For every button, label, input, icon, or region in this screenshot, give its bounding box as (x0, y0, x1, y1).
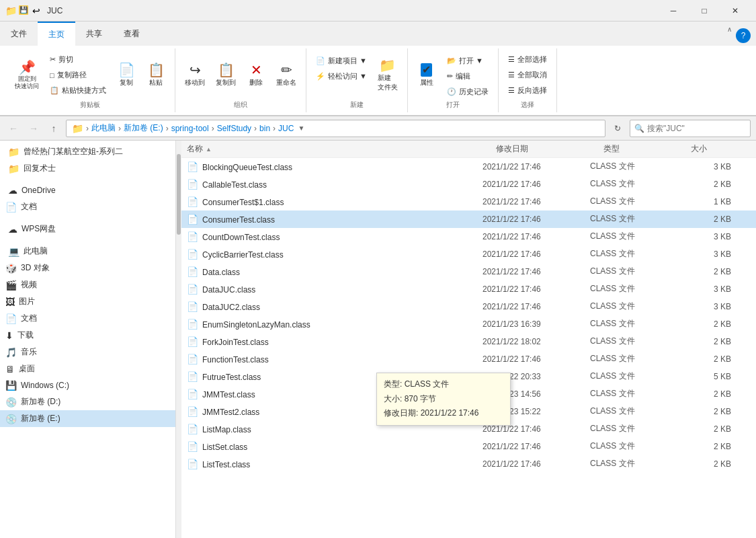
rename-label: 重命名 (276, 78, 296, 87)
col-header-name[interactable]: 名称 ▲ (187, 143, 496, 155)
tab-file[interactable]: 文件 (0, 22, 38, 46)
maximize-button[interactable]: □ (689, 0, 720, 22)
breadcrumb-juc[interactable]: JUC (278, 124, 294, 133)
breadcrumb-spring[interactable]: spring-tool (171, 124, 209, 133)
column-headers: 名称 ▲ 修改日期 类型 大小 (181, 141, 756, 158)
back-button[interactable]: ← (5, 120, 22, 137)
table-row[interactable]: 📄FunctionTest.class 2021/1/22 17:46 CLAS… (181, 350, 756, 368)
copy-to-button[interactable]: 📋 复制到 (212, 61, 240, 90)
breadcrumb-bin[interactable]: bin (259, 124, 270, 133)
downloads-icon: ⬇ (5, 330, 13, 341)
col-header-size[interactable]: 大小 (691, 143, 745, 155)
paste-button[interactable]: 📋 粘贴 (142, 61, 169, 90)
paste-shortcut-button[interactable]: 📋 粘贴快捷方式 (46, 83, 110, 98)
delete-button[interactable]: ✕ 删除 (243, 61, 269, 90)
table-row[interactable]: 📄ListTest.class 2021/1/22 17:46 CLASS 文件… (181, 455, 756, 473)
file-size: 3 KB (677, 232, 731, 241)
table-row[interactable]: 📄Data.class 2021/1/22 17:46 CLASS 文件 2 K… (181, 263, 756, 280)
refresh-button[interactable]: ↻ (610, 120, 626, 137)
table-row[interactable]: 📄DataJUC2.class 2021/1/22 17:46 CLASS 文件… (181, 298, 756, 315)
tab-view[interactable]: 查看 (113, 22, 151, 46)
history-button[interactable]: 🕐 历史记录 (443, 85, 493, 99)
sidebar-item-3d[interactable]: 🎲 3D 对象 (0, 260, 175, 276)
sidebar-item-1[interactable]: 📁 回复术士 (0, 160, 175, 177)
file-type: CLASS 文件 (590, 213, 677, 225)
breadcrumb-self[interactable]: SelfStudy (217, 124, 251, 133)
sidebar-item-documents[interactable]: 📄 文档 (0, 310, 175, 327)
col-header-type[interactable]: 类型 (603, 143, 691, 155)
cut-label: 剪切 (58, 54, 73, 65)
select-all-button[interactable]: ☰ 全部选择 (504, 52, 551, 67)
properties-button[interactable]: ✔ 属性 (413, 61, 440, 90)
table-row[interactable]: 📄ConsumerTest.class 2021/1/22 17:46 CLAS… (181, 210, 756, 228)
3d-icon: 🎲 (5, 263, 17, 274)
open-button[interactable]: 📂 打开 ▼ (443, 54, 493, 68)
file-icon: 📄 (187, 406, 198, 417)
sidebar-item-docs[interactable]: 📄 文档 (0, 198, 175, 215)
sidebar-item-music[interactable]: 🎵 音乐 (0, 344, 175, 360)
invert-select-button[interactable]: ☰ 反向选择 (504, 83, 551, 98)
paste-shortcut-icon: 📋 (50, 86, 59, 95)
table-row[interactable]: 📄ConsumerTest$1.class 2021/1/22 17:46 CL… (181, 193, 756, 210)
search-box[interactable]: 🔍 (630, 120, 751, 137)
table-row[interactable]: 📄DataJUC.class 2021/1/22 17:46 CLASS 文件 … (181, 280, 756, 298)
sidebar-item-downloads[interactable]: ⬇ 下载 (0, 327, 175, 344)
table-row[interactable]: 📄EnumSingletonLazyMan.class 2021/1/23 16… (181, 315, 756, 333)
edit-button[interactable]: ✏ 编辑 (443, 69, 493, 83)
rename-button[interactable]: ✏ 重命名 (272, 61, 300, 90)
close-button[interactable]: ✕ (720, 0, 751, 22)
minimize-button[interactable]: ─ (658, 0, 689, 22)
sidebar-item-d[interactable]: 💿 新加卷 (D:) (0, 393, 175, 410)
tab-share[interactable]: 共享 (75, 22, 113, 46)
table-row[interactable]: 📄ListSet.class 2021/1/22 17:46 CLASS 文件 … (181, 438, 756, 455)
search-input[interactable] (647, 124, 746, 133)
breadcrumb-drive[interactable]: 新加卷 (E:) (124, 122, 163, 134)
breadcrumb-pc[interactable]: 此电脑 (91, 122, 116, 134)
table-row[interactable]: 📄CyclicBarrierTest.class 2021/1/22 17:46… (181, 245, 756, 263)
sidebar-item-wps[interactable]: ☁ WPS网盘 (0, 221, 175, 237)
breadcrumb-dropdown[interactable]: ▼ (298, 124, 304, 132)
address-bar-input[interactable]: 📁 › 此电脑 › 新加卷 (E:) › spring-tool › SelfS… (66, 120, 605, 137)
copy-path-button[interactable]: □ 复制路径 (46, 68, 110, 82)
sidebar-item-e[interactable]: 💿 新加卷 (E:) (0, 410, 175, 427)
sidebar-item-onedrive[interactable]: ☁ OneDrive (0, 182, 175, 198)
file-tooltip: 类型: CLASS 文件 大小: 870 字节 修改日期: 2021/1/22 … (376, 373, 511, 426)
table-row[interactable]: 📄CountDownTest.class 2021/1/22 17:46 CLA… (181, 228, 756, 245)
file-icon: 📄 (187, 354, 198, 364)
file-size: 2 KB (677, 407, 731, 416)
file-icon: 📄 (187, 371, 198, 382)
sidebar-item-pc[interactable]: 💻 此电脑 (0, 243, 175, 260)
easy-access-icon: ⚡ (316, 72, 325, 81)
sidebar-item-0[interactable]: 📁 曾经热门某航空空姐-系列二 (0, 143, 175, 160)
undo-icon: ↩ (31, 5, 42, 16)
sidebar-item-c[interactable]: 💾 Windows (C:) (0, 377, 175, 393)
sidebar-divider-2 (0, 215, 175, 221)
move-button[interactable]: ↪ 移动到 (181, 61, 209, 90)
cut-icon: ✂ (50, 55, 56, 64)
sidebar-item-video[interactable]: 🎬 视频 (0, 276, 175, 293)
window-title: JUC (47, 6, 658, 15)
cut-button[interactable]: ✂ 剪切 (46, 52, 110, 67)
table-row[interactable]: 📄CallableTest.class 2021/1/22 17:46 CLAS… (181, 176, 756, 193)
sidebar-scrollbar[interactable] (176, 141, 181, 538)
copy-button[interactable]: 📄 复制 (113, 61, 140, 90)
sidebar-label-e: 新加卷 (E:) (21, 413, 170, 424)
file-icon: 📄 (187, 284, 198, 295)
file-name: 📄BlockingQueueTest.class (187, 161, 482, 172)
up-button[interactable]: ↑ (46, 120, 62, 137)
help-button[interactable]: ? (736, 28, 751, 43)
pin-button[interactable]: 📌 固定到快速访问 (11, 58, 43, 93)
table-row[interactable]: 📄ForkJoinTest.class 2021/1/22 18:02 CLAS… (181, 333, 756, 350)
sidebar-item-desktop[interactable]: 🖥 桌面 (0, 360, 175, 377)
forward-button[interactable]: → (26, 120, 42, 137)
easy-access-button[interactable]: ⚡ 轻松访问 ▼ (312, 69, 371, 83)
table-row[interactable]: 📄BlockingQueueTest.class 2021/1/22 17:46… (181, 158, 756, 176)
sidebar-item-pictures[interactable]: 🖼 图片 (0, 293, 175, 310)
tab-home[interactable]: 主页 (38, 22, 75, 46)
onedrive-icon: ☁ (8, 185, 17, 196)
col-header-date[interactable]: 修改日期 (496, 143, 603, 155)
new-item-button[interactable]: 📄 新建项目 ▼ (312, 54, 371, 68)
ribbon-expand-icon[interactable]: ∧ (726, 24, 733, 43)
select-none-button[interactable]: ☰ 全部取消 (504, 68, 551, 82)
new-folder-button[interactable]: 📁 新建文件夹 (374, 56, 402, 95)
